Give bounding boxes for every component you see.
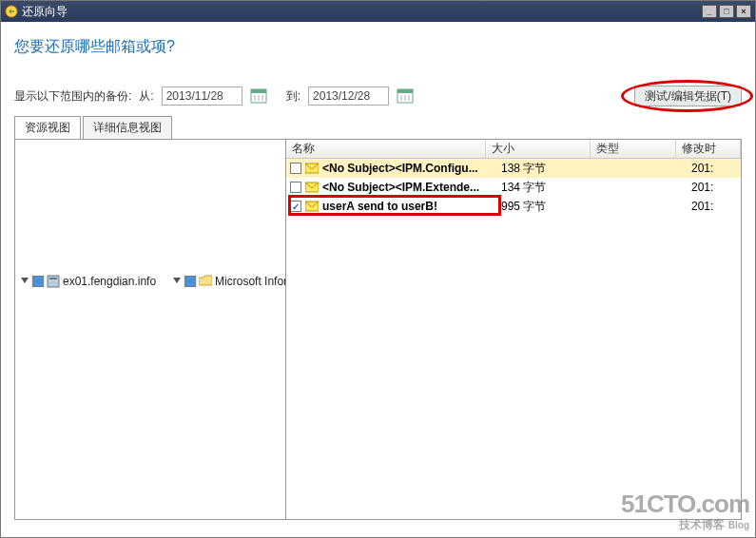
list-row[interactable]: <No Subject><IPM.Configu...138 字节201:	[286, 159, 741, 178]
row-name: <No Subject><IPM.Extende...	[322, 181, 501, 194]
folder-icon	[199, 275, 212, 288]
date-range-row: 显示以下范围内的备份: 从: 到: 测试/编辑凭据(T)	[14, 86, 742, 106]
row-size: 138 字节	[501, 161, 606, 177]
tree-pane: ex01.fengdian.info Microsoft Information…	[14, 140, 286, 520]
row-modified: 201:	[691, 162, 741, 175]
calendar-icon[interactable]	[250, 87, 267, 105]
watermark: 51CTO.com 技术博客 Blog	[621, 490, 749, 531]
to-label: 到:	[286, 88, 300, 105]
maximize-button[interactable]: □	[719, 5, 734, 18]
restore-icon	[5, 5, 18, 18]
row-modified: 201:	[691, 200, 741, 213]
calendar-icon[interactable]	[397, 87, 414, 105]
mail-icon	[305, 163, 319, 174]
row-size: 995 字节	[501, 199, 606, 215]
server-icon	[47, 275, 60, 288]
tree-checkbox[interactable]	[32, 276, 44, 287]
date-range-label: 显示以下范围内的备份:	[14, 88, 131, 105]
grid-header: 名称 大小 类型 修改时	[286, 140, 741, 159]
row-size: 134 字节	[501, 180, 606, 196]
page-heading: 您要还原哪些邮箱或项?	[14, 37, 742, 57]
list-pane: 名称 大小 类型 修改时 <No Subject><IPM.Configu...…	[286, 140, 742, 520]
test-edit-credentials-button[interactable]: 测试/编辑凭据(T)	[634, 86, 742, 106]
row-modified: 201:	[691, 181, 741, 194]
col-header-type[interactable]: 类型	[591, 140, 676, 158]
minimize-button[interactable]: _	[702, 5, 717, 18]
mail-icon	[305, 182, 319, 193]
to-date-input[interactable]	[308, 86, 389, 106]
window-title: 还原向导	[22, 4, 68, 20]
tab-detail-view[interactable]: 详细信息视图	[83, 116, 172, 139]
twist-icon[interactable]	[19, 277, 29, 287]
row-name: <No Subject><IPM.Configu...	[322, 162, 501, 175]
tree-node-server[interactable]: ex01.fengdian.info	[63, 273, 156, 290]
from-label: 从:	[139, 88, 153, 105]
col-header-modified[interactable]: 修改时	[676, 140, 741, 158]
tree-node-store[interactable]: Microsoft Information Store	[215, 273, 286, 290]
list-row[interactable]: userA send to userB!995 字节201:	[286, 197, 741, 216]
title-bar: 还原向导 _ □ ×	[1, 1, 755, 22]
list-row[interactable]: <No Subject><IPM.Extende...134 字节201:	[286, 178, 741, 197]
tree-checkbox[interactable]	[184, 276, 196, 287]
close-button[interactable]: ×	[736, 5, 751, 18]
twist-icon[interactable]	[171, 277, 182, 287]
row-checkbox[interactable]	[290, 182, 301, 193]
row-checkbox[interactable]	[290, 163, 301, 174]
tab-resource-view[interactable]: 资源视图	[14, 116, 81, 139]
row-checkbox[interactable]	[290, 201, 301, 212]
col-header-size[interactable]: 大小	[486, 140, 591, 158]
mail-icon	[305, 201, 319, 212]
col-header-name[interactable]: 名称	[286, 140, 486, 158]
row-name: userA send to userB!	[322, 200, 501, 213]
tab-row: 资源视图 详细信息视图	[14, 116, 742, 140]
from-date-input[interactable]	[162, 86, 242, 106]
